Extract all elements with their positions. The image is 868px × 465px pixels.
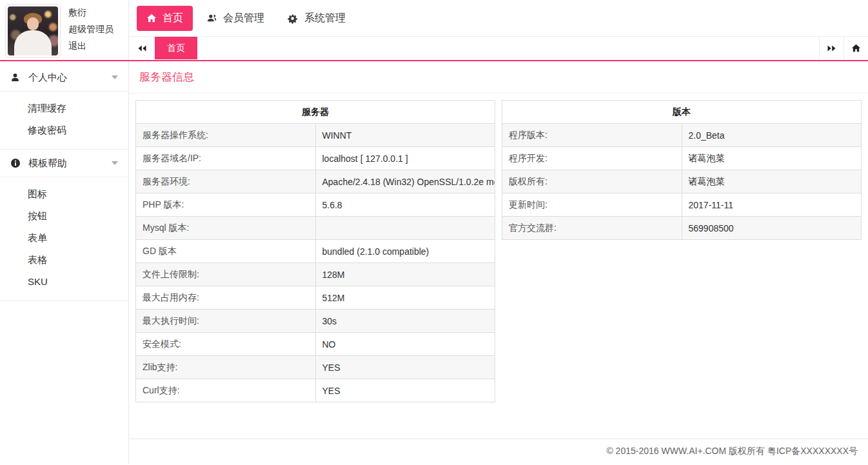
sidebar-item-sku[interactable]: SKU <box>0 271 128 293</box>
sidebar-section-template-help[interactable]: 模板帮助 <box>0 150 128 177</box>
profile-info: 敷衍 超级管理员 退出 <box>68 4 113 56</box>
users-icon <box>206 13 217 23</box>
table-row: 官方交流群:569908500 <box>502 217 862 240</box>
row-label: Zlib支持: <box>136 356 316 379</box>
profile-nickname: 敷衍 <box>68 7 113 19</box>
row-value: bundled (2.1.0 compatible) <box>315 240 495 263</box>
row-label: 程序开发: <box>502 147 682 170</box>
sidebar-item-change-password[interactable]: 修改密码 <box>0 119 128 141</box>
row-value: 30s <box>315 310 495 333</box>
nav-item-label: 首页 <box>163 12 183 25</box>
table-row: Mysql 版本: <box>136 217 495 240</box>
sidebar-section-personal-center[interactable]: 个人中心 <box>0 64 128 92</box>
table-row: Curl支持:YES <box>136 379 495 402</box>
nav-item-home[interactable]: 首页 <box>137 6 193 31</box>
logout-link[interactable]: 退出 <box>68 41 113 52</box>
sidebar-section-items: 图标 按钮 表单 表格 SKU <box>0 177 128 301</box>
row-label: 安全模式: <box>136 333 316 356</box>
avatar-figure-body <box>14 30 52 55</box>
header-accent-line <box>0 60 868 61</box>
info-icon <box>10 158 21 168</box>
table-title: 服务器 <box>136 101 495 124</box>
table-header-row: 服务器 <box>136 101 495 124</box>
main-spacer <box>129 409 868 439</box>
sidebar-item-forms[interactable]: 表单 <box>0 227 128 249</box>
tabbar-spacer <box>197 37 819 59</box>
sidebar-item-buttons[interactable]: 按钮 <box>0 205 128 227</box>
server-info-table: 服务器 服务器操作系统:WINNT服务器域名/IP:localhost [ 12… <box>135 100 495 402</box>
table-row: 服务器域名/IP:localhost [ 127.0.0.1 ] <box>136 147 495 170</box>
main-content: 服务器信息 服务器 服务器操作系统:WINNT服务器域名/IP:localhos… <box>129 60 868 464</box>
row-label: GD 版本 <box>136 240 316 263</box>
row-label: 最大占用内存: <box>136 286 316 310</box>
table-row: 程序开发:诸葛泡菜 <box>502 147 862 170</box>
row-label: 文件上传限制: <box>136 263 316 286</box>
tab-home[interactable]: 首页 <box>155 37 197 59</box>
sidebar-item-clear-cache[interactable]: 清理缓存 <box>0 97 128 119</box>
row-label: 服务器环境: <box>136 170 316 193</box>
row-value: localhost [ 127.0.0.1 ] <box>315 147 495 170</box>
row-value: 5.6.8 <box>315 193 495 217</box>
sidebar-item-icons[interactable]: 图标 <box>0 183 128 205</box>
sidebar: 个人中心 清理缓存 修改密码 模板帮助 图标 按钮 表单 表格 SKU <box>0 60 129 464</box>
tab-home-icon[interactable] <box>843 37 868 59</box>
row-label: Curl支持: <box>136 379 316 402</box>
table-row: 文件上传限制:128M <box>136 263 495 286</box>
row-value: 诸葛泡菜 <box>682 170 862 193</box>
home-icon <box>146 13 157 23</box>
nav-item-label: 系统管理 <box>304 12 346 25</box>
table-row: Zlib支持:YES <box>136 356 495 379</box>
table-row: 最大执行时间:30s <box>136 310 495 333</box>
row-label: 服务器域名/IP: <box>136 147 316 170</box>
row-label: 服务器操作系统: <box>136 124 316 147</box>
tab-bar: 首页 <box>129 37 868 59</box>
table-row: PHP 版本:5.6.8 <box>136 193 495 217</box>
row-value <box>315 217 495 240</box>
profile-role: 超级管理员 <box>68 24 113 35</box>
row-label: 版权所有: <box>502 170 682 193</box>
row-label: 程序版本: <box>502 124 682 147</box>
table-row: 版权所有:诸葛泡菜 <box>502 170 862 193</box>
table-row: 安全模式:NO <box>136 333 495 356</box>
header-right: 首页 会员管理 系统管理 首页 <box>129 0 868 60</box>
tab-label: 首页 <box>167 43 185 54</box>
row-value: 2017-11-11 <box>682 193 862 217</box>
table-row: 服务器操作系统:WINNT <box>136 124 495 147</box>
nav-item-system[interactable]: 系统管理 <box>278 6 355 31</box>
nav-item-label: 会员管理 <box>223 12 264 25</box>
sidebar-section-items: 清理缓存 修改密码 <box>0 92 128 150</box>
sidebar-section-label: 个人中心 <box>28 72 67 84</box>
row-label: 最大执行时间: <box>136 310 316 333</box>
avatar[interactable] <box>5 4 61 58</box>
row-label: 更新时间: <box>502 193 682 217</box>
row-value: 128M <box>315 263 495 286</box>
table-header-row: 版本 <box>502 101 862 124</box>
copyright-text: © 2015-2016 WWW.AI+.COM 版权所有 粤ICP备XXXXXX… <box>606 446 858 456</box>
user-icon <box>10 72 21 83</box>
version-info-table: 版本 程序版本:2.0_Beta程序开发:诸葛泡菜版权所有:诸葛泡菜更新时间:2… <box>502 100 862 240</box>
admin-app: 敷衍 超级管理员 退出 首页 会员管理 系统 <box>0 0 868 465</box>
row-value: 诸葛泡菜 <box>682 147 862 170</box>
row-label: Mysql 版本: <box>136 217 316 240</box>
double-right-arrow-icon[interactable] <box>819 37 843 59</box>
sidebar-section-label: 模板帮助 <box>28 157 67 170</box>
double-left-arrow-icon[interactable] <box>129 37 155 59</box>
gear-icon <box>288 13 299 24</box>
chevron-down-icon <box>112 75 118 79</box>
info-tables: 服务器 服务器操作系统:WINNT服务器域名/IP:localhost [ 12… <box>129 94 868 409</box>
row-value: WINNT <box>315 124 495 147</box>
table-row: 更新时间:2017-11-11 <box>502 193 862 217</box>
row-label: 官方交流群: <box>502 217 682 240</box>
sidebar-item-tables[interactable]: 表格 <box>0 249 128 271</box>
row-value: 2.0_Beta <box>682 124 862 147</box>
footer: © 2015-2016 WWW.AI+.COM 版权所有 粤ICP备XXXXXX… <box>129 439 868 464</box>
row-value: 569908500 <box>682 217 862 240</box>
chevron-down-icon <box>112 161 118 165</box>
avatar-figure-face <box>27 17 39 30</box>
row-value: Apache/2.4.18 (Win32) OpenSSL/1.0.2e mod… <box>315 170 495 193</box>
table-row: 程序版本:2.0_Beta <box>502 124 862 147</box>
table-title: 版本 <box>502 101 862 124</box>
profile-block: 敷衍 超级管理员 退出 <box>0 0 129 60</box>
row-value: YES <box>315 379 495 402</box>
nav-item-members[interactable]: 会员管理 <box>197 6 274 31</box>
